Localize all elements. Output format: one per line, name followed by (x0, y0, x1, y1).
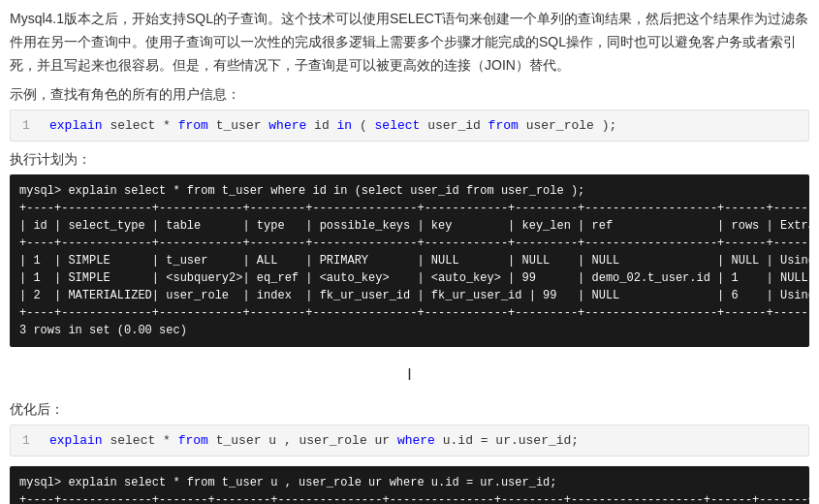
keyword-from3: from (178, 433, 208, 448)
terminal1-row3: | 2 | MATERIALIZED| user_role | index | … (19, 287, 800, 304)
keyword-from2: from (488, 118, 519, 133)
plan-label: 执行计划为： (10, 151, 809, 169)
page-content: Mysql4.1版本之后，开始支持SQL的子查询。这个技术可以使用SELECT语… (0, 0, 819, 504)
example-label: 示例，查找有角色的所有的用户信息： (10, 86, 809, 104)
code-body-1f: user_role ); (526, 118, 617, 133)
code-body-1c: id (314, 118, 336, 133)
terminal2-sep1: +----+-------------+-------+--------+---… (19, 491, 800, 504)
terminal1-header: mysql> explain select * from t_user wher… (19, 182, 800, 200)
terminal1-sep2: +----+-------------+------------+-------… (19, 235, 800, 252)
keyword-where: where (268, 118, 306, 133)
optimized-label: 优化后： (10, 401, 809, 419)
keyword-from: from (178, 118, 208, 133)
keyword-explain: explain (49, 118, 103, 133)
code-block-2: 1 explain select * from t_user u , user_… (10, 425, 809, 457)
keyword-explain2: explain (49, 433, 103, 448)
code-body-1d: ( (360, 118, 367, 133)
code-body-2b: t_user u , user_role ur (216, 433, 397, 448)
terminal1-sep3: +----+-------------+------------+-------… (19, 304, 800, 322)
code-body-2c: u.id = ur.user_id; (443, 433, 579, 448)
code-body-1b: t_user (216, 118, 269, 133)
line-num-1: 1 (22, 118, 34, 133)
line-num-2: 1 (22, 433, 34, 448)
terminal1-row1: | 1 | SIMPLE | t_user | ALL | PRIMARY | … (19, 252, 800, 269)
code-body-1: select * (110, 118, 177, 133)
terminal-block-1: mysql> explain select * from t_user wher… (10, 174, 809, 347)
terminal1-colheader: | id | select_type | table | type | poss… (19, 217, 800, 235)
terminal2-header: mysql> explain select * from t_user u , … (19, 474, 800, 491)
keyword-select2: select (375, 118, 421, 133)
code-body-1e: user_id (427, 118, 488, 133)
terminal1-footer: 3 rows in set (0.00 sec) (19, 322, 800, 339)
keyword-in: in (337, 118, 353, 133)
code-body-2a: select * (110, 433, 177, 448)
keyword-where2: where (397, 433, 435, 448)
cursor: I (10, 357, 809, 394)
terminal-block-2: mysql> explain select * from t_user u , … (10, 466, 809, 504)
terminal1-row2: | 1 | SIMPLE | <subquery2>| eq_ref | <au… (19, 269, 800, 287)
code-text-1: explain select * from t_user where id in… (49, 118, 616, 133)
intro-text: Mysql4.1版本之后，开始支持SQL的子查询。这个技术可以使用SELECT语… (10, 8, 809, 77)
terminal1-sep1: +----+-------------+------------+-------… (19, 200, 800, 217)
code-text-2: explain select * from t_user u , user_ro… (49, 433, 579, 448)
code-block-1: 1 explain select * from t_user where id … (10, 110, 809, 142)
